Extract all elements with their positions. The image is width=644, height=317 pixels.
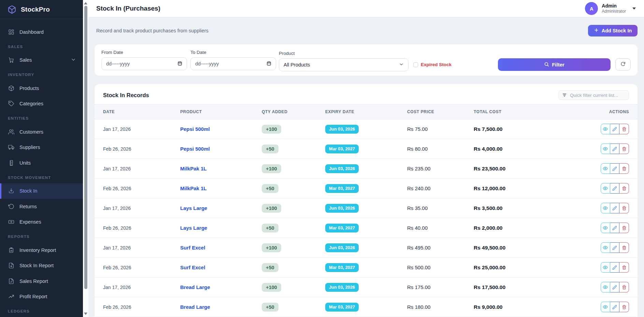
sidebar-item-products[interactable]: Products	[0, 80, 83, 96]
delete-button[interactable]	[619, 183, 629, 194]
view-button[interactable]	[601, 262, 610, 273]
cell-product: MilkPak 1L	[180, 185, 262, 192]
sidebar-item-stock-in[interactable]: Stock In	[0, 183, 83, 199]
sidebar-item-profit-report[interactable]: Profit Report	[0, 289, 83, 305]
nav-section-sales: SALES	[0, 43, 83, 51]
edit-button[interactable]	[610, 144, 620, 154]
sidebar-item-customers[interactable]: Customers	[0, 124, 83, 140]
filter-button[interactable]: Filter	[498, 58, 611, 71]
view-button[interactable]	[601, 183, 610, 194]
cell-cost-price: Rs 175.00	[407, 284, 474, 290]
sidebar-item-sales-report[interactable]: Sales Report	[0, 273, 83, 289]
edit-button[interactable]	[610, 163, 620, 174]
view-button[interactable]	[601, 282, 610, 292]
add-stock-in-button[interactable]: Add Stock In	[588, 25, 638, 36]
scrollbar-thumb[interactable]	[84, 6, 87, 289]
product-link[interactable]: MilkPak 1L	[180, 185, 207, 191]
row-actions	[601, 203, 629, 213]
expiry-badge: Jun 03, 2026	[325, 204, 359, 213]
cell-date: Jan 17, 2026	[103, 285, 180, 290]
view-button[interactable]	[601, 302, 610, 312]
row-actions	[601, 302, 629, 312]
product-link[interactable]: Bread Large	[180, 304, 210, 310]
view-button[interactable]	[601, 223, 610, 233]
sidebar-item-stock-in-report[interactable]: Stock In Report	[0, 258, 83, 274]
edit-button[interactable]	[610, 183, 620, 194]
user-menu[interactable]: A Admin Administrator	[585, 2, 636, 15]
view-button[interactable]	[601, 144, 610, 154]
row-actions	[601, 163, 629, 174]
sidebar-item-inventory-report[interactable]: Inventory Report	[0, 242, 83, 258]
cell-date: Feb 26, 2026	[103, 225, 180, 231]
product-link[interactable]: Pepsi 500ml	[180, 126, 210, 132]
delete-button[interactable]	[619, 282, 629, 292]
sidebar-item-suppliers[interactable]: Suppliers	[0, 140, 83, 155]
from-date-input[interactable]: dd-----yyyy	[101, 57, 187, 70]
sidebar-scrollbar[interactable]	[83, 0, 88, 317]
cell-qty: +100	[262, 125, 325, 134]
to-date-input[interactable]: dd-----yyyy	[190, 57, 276, 70]
view-button[interactable]	[601, 203, 610, 213]
cell-total-cost: Rs 23,500.00	[474, 166, 601, 172]
quick-filter-input[interactable]: Quick filter current list...	[558, 90, 629, 100]
calendar-icon[interactable]	[267, 61, 271, 67]
cell-total-cost: Rs 7,500.00	[474, 126, 601, 132]
edit-button[interactable]	[610, 203, 620, 213]
cell-total-cost: Rs 17,500.00	[474, 284, 601, 290]
delete-button[interactable]	[619, 203, 629, 213]
calendar-icon[interactable]	[177, 61, 182, 67]
product-link[interactable]: MilkPak 1L	[180, 166, 207, 171]
sidebar-item-dashboard[interactable]: Dashboard	[0, 24, 83, 40]
cell-cost-price: Rs 495.00	[407, 245, 474, 251]
edit-button[interactable]	[610, 302, 620, 312]
product-link[interactable]: Bread Large	[180, 284, 210, 290]
view-button[interactable]	[601, 242, 610, 253]
product-link[interactable]: Lays Large	[180, 225, 207, 231]
delete-button[interactable]	[619, 163, 629, 174]
sidebar-item-units[interactable]: Units	[0, 155, 83, 171]
scrollbar-down-arrow[interactable]	[84, 313, 87, 315]
edit-button[interactable]	[610, 223, 620, 233]
column-header-date: DATE	[103, 109, 180, 114]
sidebar-item-categories[interactable]: Categories	[0, 96, 83, 112]
delete-button[interactable]	[619, 302, 629, 312]
edit-button[interactable]	[610, 262, 620, 273]
cell-qty: +50	[262, 184, 325, 193]
to-date-label: To Date	[190, 50, 276, 55]
refresh-button[interactable]	[615, 58, 631, 71]
sidebar-item-sales[interactable]: Sales	[0, 52, 83, 68]
edit-button[interactable]	[610, 124, 620, 134]
cell-cost-price: Rs 35.00	[407, 205, 474, 211]
product-link[interactable]: Pepsi 500ml	[180, 146, 210, 152]
table-row: Feb 26, 2026Pepsi 500ml+50Mar 03, 2027Rs…	[95, 139, 638, 159]
expiry-badge: Mar 03, 2027	[325, 184, 359, 193]
sidebar-item-expenses[interactable]: Expenses	[0, 214, 83, 230]
sidebar-nav: DashboardSALESSalesINVENTORYProductsCate…	[0, 19, 83, 317]
delete-button[interactable]	[619, 262, 629, 273]
product-link[interactable]: Surf Excel	[180, 265, 205, 270]
delete-button[interactable]	[619, 242, 629, 253]
truck-icon	[8, 144, 15, 151]
product-select[interactable]: All Products	[279, 58, 409, 71]
edit-button[interactable]	[610, 282, 620, 292]
cell-product: Surf Excel	[180, 245, 262, 251]
table-body: Jan 17, 2026Pepsi 500ml+100Jun 03, 2026R…	[95, 119, 638, 317]
sidebar-item-returns[interactable]: Returns	[0, 199, 83, 214]
edit-button[interactable]	[610, 242, 620, 253]
row-actions	[601, 124, 629, 134]
cell-date: Jan 17, 2026	[103, 245, 180, 251]
delete-button[interactable]	[619, 124, 629, 134]
view-button[interactable]	[601, 163, 610, 174]
file-check-icon	[8, 278, 15, 285]
view-button[interactable]	[601, 124, 610, 134]
scrollbar-up-arrow[interactable]	[84, 2, 87, 4]
product-link[interactable]: Surf Excel	[180, 245, 205, 251]
expired-stock-checkbox[interactable]	[413, 62, 418, 67]
delete-button[interactable]	[619, 223, 629, 233]
caret-down-icon	[632, 7, 636, 10]
cell-total-cost: Rs 25,000.00	[474, 265, 601, 271]
product-link[interactable]: Lays Large	[180, 205, 207, 211]
cell-expiry: Jun 03, 2026	[325, 283, 407, 292]
delete-button[interactable]	[619, 144, 629, 154]
cell-cost-price: Rs 500.00	[407, 265, 474, 270]
